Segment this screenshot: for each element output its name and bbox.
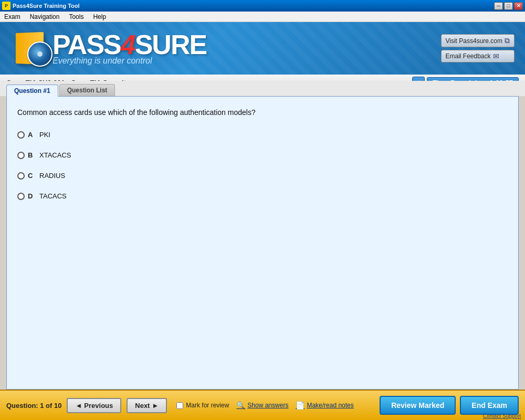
visit-website-button[interactable]: Visit Pass4sure.com ⧉ [441,34,515,47]
option-b-letter: B [28,151,34,159]
external-link-icon: ⧉ [505,36,510,45]
next-label: Next [135,402,150,410]
brand-name: PASS4SURE [52,31,206,58]
menu-help[interactable]: Help [91,13,108,21]
app-icon: P [2,2,10,10]
notes-icon: 📄 [296,401,304,410]
end-exam-button[interactable]: End Exam [460,396,519,415]
brand-tagline: Everything is under control [52,56,206,66]
menu-bar: Exam Navigation Tools Help [0,12,525,22]
close-button[interactable]: ✕ [514,2,523,10]
tab-question-list[interactable]: Question List [59,84,116,96]
mark-for-review-checkbox[interactable] [176,402,183,409]
bottom-actions: Mark for review 🔍 Show answers 📄 Make/re… [176,401,353,410]
question-area: Common access cards use which of the fol… [6,96,519,390]
visit-website-label: Visit Pass4sure.com [446,37,503,45]
radio-a[interactable] [17,131,25,139]
option-b-text: XTACACS [39,151,71,159]
minimize-button[interactable]: ─ [494,2,503,10]
tabs-and-question: Question #1 Question List Common access … [0,81,525,390]
menu-exam[interactable]: Exam [2,13,23,21]
option-d-text: TACACS [39,192,67,200]
next-arrow-icon: ► [152,402,159,410]
main-content: Question #1 Question List Common access … [0,81,525,390]
option-c-letter: C [28,172,34,180]
brand-text: PASS4SURE Everything is under control [52,31,206,66]
logo-box [10,27,47,69]
logo-area: PASS4SURE Everything is under control [10,27,441,69]
mark-for-review-label[interactable]: Mark for review [176,402,229,409]
radio-d[interactable] [17,193,25,200]
email-icon: ✉ [493,52,499,60]
tab-question[interactable]: Question #1 [6,85,58,97]
show-answers-icon: 🔍 [236,401,245,410]
email-feedback-button[interactable]: Email Feedback ✉ [441,50,515,62]
bottom-nav: Question: 1 of 10 ◄ Previous Next ► Mark… [0,390,525,420]
title-bar: P Pass4Sure Training Tool ─ □ ✕ [0,0,525,12]
header-buttons: Visit Pass4sure.com ⧉ Email Feedback ✉ [441,34,515,62]
next-button[interactable]: Next ► [127,398,167,413]
make-notes-link[interactable]: 📄 Make/read notes [296,401,353,410]
logo-disc [27,41,52,67]
option-b[interactable]: B XTACACS [17,151,508,159]
option-a[interactable]: A PKI [17,131,508,139]
radio-b[interactable] [17,152,25,159]
option-d[interactable]: D TACACS [17,192,508,200]
option-a-text: PKI [39,131,50,139]
option-c-text: RADIUS [39,172,65,180]
header-banner: PASS4SURE Everything is under control Vi… [0,22,525,75]
window-controls: ─ □ ✕ [494,2,523,10]
review-marked-button[interactable]: Review Marked [380,396,456,415]
previous-label: Previous [84,402,113,410]
restore-button[interactable]: □ [504,2,513,10]
question-counter: Question: 1 of 10 [6,402,61,410]
question-text: Common access cards use which of the fol… [17,107,508,118]
tabs-bar: Question #1 Question List [0,81,525,96]
email-feedback-label: Email Feedback [446,52,491,60]
menu-tools[interactable]: Tools [67,13,86,21]
show-answers-link[interactable]: 🔍 Show answers [236,401,288,410]
previous-button[interactable]: ◄ Previous [67,398,121,413]
option-c[interactable]: C RADIUS [17,172,508,180]
right-buttons: Review Marked End Exam [380,396,519,415]
radio-c[interactable] [17,172,25,180]
menu-navigation[interactable]: Navigation [28,13,62,21]
option-a-letter: A [28,131,34,139]
contact-support-link[interactable]: Contact Support [483,413,521,419]
prev-arrow-icon: ◄ [75,402,82,410]
option-d-letter: D [28,192,34,200]
app-title: Pass4Sure Training Tool [13,3,80,9]
